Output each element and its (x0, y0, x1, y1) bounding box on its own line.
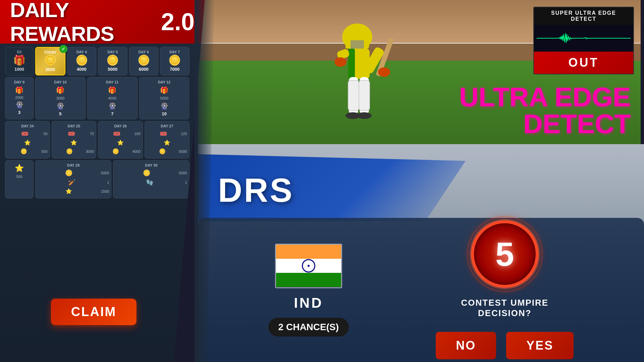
day-cell-partial: ⭐ 500 (5, 160, 34, 198)
day4-label: DAY 4 (69, 50, 94, 54)
claim-button[interactable]: CLAIM (51, 299, 137, 325)
day5-coins: 5000 (100, 67, 125, 72)
day29-coin-icon: 🪙 (65, 170, 72, 176)
chances-badge: 2 CHANCE(S) (268, 318, 349, 337)
day-cell-day24: DAY 24 🎟️ 50 ⭐ 🪙 500 (5, 121, 50, 159)
day10-wheel-icon: 🎡 (57, 103, 64, 109)
cricket-scene: SUPER ULTRA EDGE DETECT OUT ULTRA EDGE D… (198, 0, 641, 144)
day29-coins: 5000 (101, 171, 109, 175)
waveform-svg (536, 28, 632, 48)
svg-rect-12 (348, 80, 359, 111)
day24-coin-icon: 🪙 (20, 149, 27, 154)
day10-coins: 3000 (56, 96, 64, 100)
day-cell-day2: D2 🎁 1000 (5, 47, 34, 75)
day24-coins: 500 (41, 149, 47, 154)
ultra-edge-label: ULTRA EDGE DETECT (406, 77, 641, 144)
day11-gift-icon: 🎁 (108, 87, 116, 94)
day12-wheel-icon: 🎡 (161, 103, 168, 109)
day26-tickets: 100 (135, 132, 141, 136)
left-panel: DAILY REWARDS 2.0 D2 🎁 1000 ✓ TODAY 🪙 30… (0, 0, 205, 362)
day27-coin-icon: 🪙 (159, 149, 166, 154)
day7-icon: 🪙 (162, 55, 187, 65)
day25-ticket-icon: 🎟️ (68, 131, 75, 137)
day5-icon: 🪙 (100, 55, 125, 65)
edge-detect-title: SUPER ULTRA EDGE DETECT (538, 10, 629, 22)
flag-white-stripe (276, 259, 341, 273)
contest-text: CONTEST UMPIRE DECISION? (446, 298, 564, 318)
today-label: TODAY (38, 50, 63, 54)
day-cell-day4: DAY 4 🪙 4000 (67, 47, 97, 75)
days-row-1: D2 🎁 1000 ✓ TODAY 🪙 3000 DAY 4 🪙 4000 DA… (5, 47, 190, 75)
day-cell-day10: DAY 10 🎁 3000 🎡 5 (35, 77, 86, 119)
day-cell-day29: DAY 29 🪙 5000 🏏 1 ⭐ 1500 (35, 160, 111, 198)
day30-glove: 1 (185, 180, 187, 184)
day12-coins: 5000 (160, 96, 168, 100)
day-cell-day25: DAY 25 🎟️ 75 ⭐ 🪙 3000 (52, 121, 97, 159)
day25-star-icon: ⭐ (70, 140, 77, 145)
day-cell-day9: DAY 9 🎁 2000 🎡 3 (5, 77, 34, 119)
flag-orange-stripe (276, 245, 341, 259)
day-cell-day30: DAY 30 🪙 5000 🧤 1 (113, 160, 189, 198)
svg-rect-4 (348, 49, 355, 79)
day10-gift-icon: 🎁 (56, 87, 64, 94)
day27-coins: 5000 (179, 149, 187, 154)
day-cell-day12: DAY 12 🎁 5000 🎡 10 (139, 77, 190, 119)
edge-detect-panel: SUPER ULTRA EDGE DETECT OUT (533, 7, 634, 74)
day4-icon: 🪙 (69, 55, 94, 65)
day29-star-icon: ⭐ (65, 189, 72, 194)
day-cell-day26: DAY 26 🎟️ 100 ⭐ 🪙 4000 (98, 121, 143, 159)
day9-gift-icon: 🎁 (15, 87, 23, 94)
svg-rect-13 (359, 80, 370, 111)
day9-extra: 3 (7, 110, 31, 115)
svg-point-9 (378, 67, 390, 77)
day10-label: DAY 10 (38, 80, 83, 84)
ultra-edge-text-1: ULTRA EDGE (416, 84, 631, 111)
day4-coins: 4000 (69, 67, 94, 72)
today-checkmark: ✓ (59, 45, 67, 53)
out-text: OUT (538, 56, 629, 70)
edge-detect-graph (534, 25, 633, 52)
decision-buttons: NO YES (436, 332, 574, 359)
edge-detect-header: SUPER ULTRA EDGE DETECT (534, 7, 633, 25)
day9-coins: 2000 (15, 96, 23, 100)
timer-circle: 5 (471, 221, 538, 288)
svg-point-15 (357, 112, 372, 119)
day6-coins: 6000 (131, 67, 156, 72)
yes-button[interactable]: YES (506, 332, 574, 359)
day25-tickets: 75 (90, 132, 94, 136)
cricket-player (299, 10, 416, 144)
day7-label: DAY 7 (162, 50, 187, 54)
day30-label: DAY 30 (115, 163, 187, 167)
day27-star-icon: ⭐ (164, 140, 170, 145)
days-container: D2 🎁 1000 ✓ TODAY 🪙 3000 DAY 4 🪙 4000 DA… (0, 44, 195, 203)
partial-value: 500 (16, 175, 22, 179)
no-button[interactable]: NO (436, 332, 496, 359)
day-cell-today: ✓ TODAY 🪙 3000 (35, 47, 65, 75)
svg-rect-2 (351, 40, 364, 49)
day25-coin-icon: 🪙 (66, 149, 73, 154)
day24-ticket-icon: 🎟️ (21, 131, 29, 137)
day27-tickets: 125 (181, 132, 187, 136)
drs-content-card: IND 2 CHANCE(S) 5 CONTEST UMPIRE DECISIO… (198, 218, 644, 362)
timer-ring-outermost (467, 216, 543, 292)
day-cell-day27: DAY 27 🎟️ 125 ⭐ 🪙 5000 (145, 121, 190, 159)
day30-glove-icon: 🧤 (146, 179, 153, 185)
day29-bat: 1 (107, 180, 109, 184)
day26-coin-icon: 🪙 (112, 149, 119, 154)
day10-extra: 5 (38, 111, 83, 116)
day11-label: DAY 11 (90, 80, 135, 84)
day9-label: DAY 9 (7, 80, 31, 84)
day25-label: DAY 25 (54, 124, 94, 128)
day24-label: DAY 24 (7, 124, 48, 128)
day26-coins: 4000 (132, 149, 140, 154)
days-row-3: DAY 24 🎟️ 50 ⭐ 🪙 500 DAY 25 🎟️ 75 (5, 121, 190, 159)
svg-point-8 (334, 57, 346, 67)
day30-coin-icon: 🪙 (143, 170, 150, 176)
chakra-center-dot (308, 265, 310, 267)
day29-stars: 1500 (101, 189, 109, 193)
day12-extra: 10 (142, 111, 187, 116)
timer-section: 5 CONTEST UMPIRE DECISION? NO YES (436, 221, 574, 359)
days-row-4: ⭐ 500 DAY 29 🪙 5000 🏏 1 ⭐ 1500 (5, 160, 190, 198)
flag-green-stripe (276, 273, 341, 287)
day7-coins: 7000 (162, 67, 187, 72)
